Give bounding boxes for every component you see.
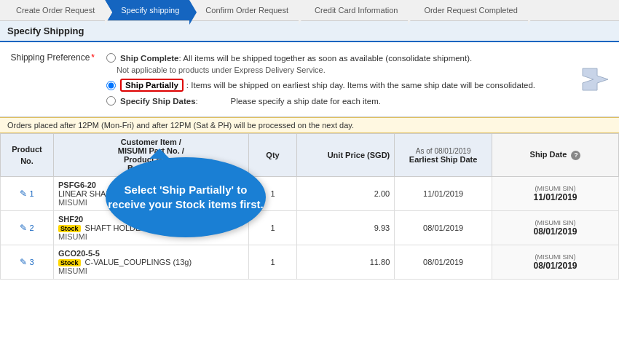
option-ship-complete-desc: Not applicable to products under Express… bbox=[102, 65, 568, 76]
stock-badge: Stock bbox=[58, 225, 81, 232]
wizard-step-shipping[interactable]: Specify shipping bbox=[105, 0, 189, 20]
row-ship-date-cell: (MISUMI SIN) 08/01/2019 bbox=[492, 245, 619, 280]
wizard-step-completed[interactable]: Order Request Completed bbox=[408, 0, 527, 20]
row-earliest-ship-date-cell: 08/01/2019 bbox=[395, 211, 492, 245]
option-ship-partially-desc: : Items will be shipped on earliest ship… bbox=[186, 81, 535, 90]
product-section: Orders placed after 12PM (Mon-Fri) and a… bbox=[0, 117, 619, 280]
row-earliest-ship-date-cell: 11/01/2019 bbox=[395, 177, 492, 211]
row-ship-date-cell: (MISUMI SIN) 08/01/2019 bbox=[492, 211, 619, 245]
shipping-options-group: Ship Complete: All items will be shipped… bbox=[102, 48, 568, 111]
arrow-area bbox=[568, 48, 619, 111]
row-no-link[interactable]: 1 bbox=[29, 189, 33, 198]
ship-date-help-icon[interactable]: ? bbox=[571, 151, 580, 160]
notice-bar: Orders placed after 12PM (Mon-Fri) and a… bbox=[0, 117, 619, 133]
wizard-step-confirm[interactable]: Confirm Order Request bbox=[189, 0, 299, 20]
ship-date-sub: (MISUMI SIN) bbox=[497, 185, 614, 192]
edit-icon: ✎ bbox=[20, 189, 27, 199]
wizard-step-create[interactable]: Create Order Request bbox=[0, 0, 105, 20]
table-row: ✎ 2 SHF20 Stock SHAFT HOLDER (39g) MISUM… bbox=[1, 211, 619, 245]
option-ship-complete-radio[interactable] bbox=[106, 53, 116, 63]
required-indicator: * bbox=[91, 52, 95, 63]
header-qty: Qty bbox=[248, 134, 297, 177]
option-ship-complete-label: Ship Complete: All items will be shipped… bbox=[120, 54, 472, 63]
ship-date-value: 08/01/2019 bbox=[497, 261, 614, 271]
brand-name: MISUMI bbox=[58, 266, 244, 275]
shipping-preference-section: Shipping Preference * Ship Complete: All… bbox=[0, 42, 619, 117]
header-earliest-ship-date: As of 08/01/2019 Earliest Ship Date bbox=[395, 134, 492, 177]
row-price-cell: 2.00 bbox=[297, 177, 395, 211]
row-item-cell: GCO20-5-5 Stock C-VALUE_COUPLINGS (13g) … bbox=[54, 245, 249, 280]
row-ship-date-cell: (MISUMI SIN) 11/01/2019 bbox=[492, 177, 619, 211]
ship-date-sub: (MISUMI SIN) bbox=[497, 219, 614, 226]
header-unit-price: Unit Price (SGD) bbox=[297, 134, 395, 177]
option-specify-dates-row: Specify Ship Dates: Please specify a shi… bbox=[102, 94, 568, 108]
row-no-cell: ✎ 1 bbox=[1, 177, 54, 211]
row-no-cell: ✎ 3 bbox=[1, 245, 54, 280]
row-no-link[interactable]: 2 bbox=[29, 223, 33, 232]
product-table: Product No. Customer Item / MISUMI Part … bbox=[0, 133, 619, 280]
stock-badge: Stock bbox=[58, 259, 81, 266]
row-price-cell: 11.80 bbox=[297, 245, 395, 280]
row-no-link[interactable]: 3 bbox=[29, 258, 33, 266]
row-earliest-ship-date-cell: 08/01/2019 bbox=[395, 245, 492, 280]
page-title: Specify Shipping bbox=[0, 21, 619, 42]
edit-icon: ✎ bbox=[20, 257, 27, 267]
table-row: ✎ 1 PSFG6-20 LINEAR SHAFT (5g) MISUMI 1 … bbox=[1, 177, 619, 211]
shipping-preference-label: Shipping Preference * bbox=[0, 48, 102, 111]
header-ship-date: Ship Date ? bbox=[492, 134, 619, 177]
main-content: Shipping Preference * Ship Complete: All… bbox=[0, 42, 619, 280]
option-specify-dates-label: Specify Ship Dates: Please specify a shi… bbox=[120, 97, 381, 106]
ship-date-value: 08/01/2019 bbox=[497, 226, 614, 237]
option-specify-dates-radio[interactable] bbox=[106, 96, 116, 106]
edit-icon: ✎ bbox=[20, 223, 27, 233]
header-no: Product No. bbox=[1, 134, 54, 177]
option-ship-partially-radio[interactable] bbox=[106, 81, 116, 90]
ship-date-value: 11/01/2019 bbox=[497, 192, 614, 202]
tooltip-bubble: Select 'Ship Partially' to receive your … bbox=[106, 157, 266, 237]
row-no-cell: ✎ 2 bbox=[1, 211, 54, 245]
option-ship-partially-row: Ship Partially : Items will be shipped o… bbox=[102, 76, 568, 94]
table-row: ✎ 3 GCO20-5-5 Stock C-VALUE_COUPLINGS (1… bbox=[1, 245, 619, 280]
row-qty-cell: 1 bbox=[248, 245, 297, 280]
option-ship-partially-label: Ship Partially bbox=[120, 79, 184, 92]
wizard-bar: Create Order Request Specify shipping Co… bbox=[0, 0, 619, 21]
next-arrow-icon bbox=[575, 61, 612, 98]
ship-date-sub: (MISUMI SIN) bbox=[497, 253, 614, 261]
row-price-cell: 9.93 bbox=[297, 211, 395, 245]
part-number: GCO20-5-5 bbox=[58, 249, 244, 258]
wizard-step-credit[interactable]: Credit Card Information bbox=[299, 0, 408, 20]
option-ship-complete-row: Ship Complete: All items will be shipped… bbox=[102, 51, 568, 65]
product-name: Stock C-VALUE_COUPLINGS (13g) bbox=[58, 258, 244, 266]
